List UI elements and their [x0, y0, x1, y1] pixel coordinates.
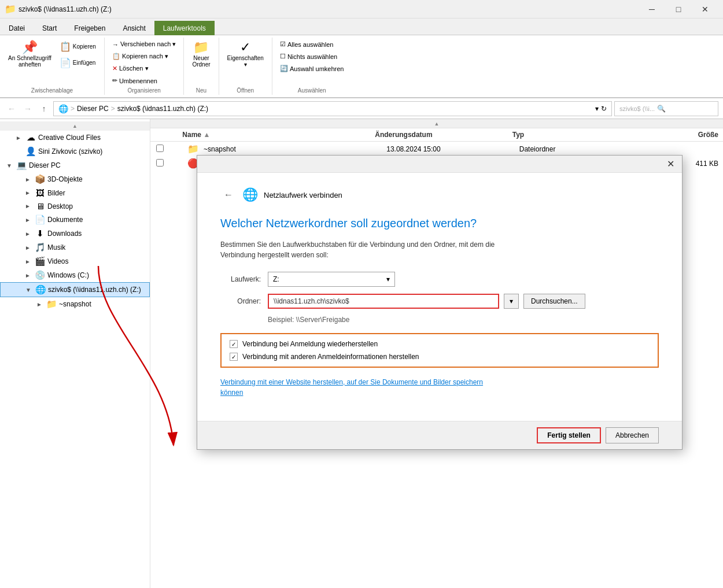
folder-icon: 📁 [187, 143, 199, 154]
ordner-dropdown-button[interactable]: ▾ [504, 294, 519, 309]
dialog-close-button[interactable]: ✕ [663, 157, 677, 171]
file-checkbox-snapshot[interactable] [150, 145, 169, 154]
tab-ansicht[interactable]: Ansicht [114, 21, 154, 35]
dialog-header-row: ← 🌐 Netzlaufwerk verbinden [220, 187, 659, 203]
file-date-snapshot: 13.08.2024 15:00 [386, 145, 519, 153]
laufwerk-value: Z: [273, 275, 279, 283]
kopieren-button[interactable]: 📋 Kopieren [56, 39, 99, 54]
dialog-website-link[interactable]: Verbindung mit einer Website herstellen,… [220, 377, 659, 398]
path-dieser-pc[interactable]: Dieser PC [77, 105, 109, 113]
folder-icon-snapshot: 📁 [46, 299, 57, 309]
loeschen-button[interactable]: ✕ Löschen ▾ [109, 63, 179, 74]
einfuegen-button[interactable]: 📄 Einfügen [56, 55, 99, 71]
sidebar-item-videos[interactable]: ► 🎬 Videos [0, 254, 150, 268]
path-szivko[interactable]: szivko$ (\idnas11.uzh.ch) (Z:) [117, 105, 208, 113]
auswahl-umkehren-button[interactable]: 🔄 Auswahl umkehren [277, 63, 347, 74]
expand-icon-videos: ► [23, 258, 32, 265]
checkbox-row-1: ✓ Verbindung bei Anmeldung wiederherstel… [230, 340, 650, 348]
sidebar-item-dieser-pc[interactable]: ▼ 💻 Dieser PC [0, 158, 150, 172]
minimize-button[interactable]: ─ [639, 0, 665, 19]
expand-icon-dokumente: ► [23, 217, 32, 223]
abbrechen-button[interactable]: Abbrechen [606, 427, 659, 443]
search-box[interactable]: szivko$ (\\i... 🔍 [614, 101, 718, 116]
sidebar-scroll-up[interactable]: ▲ [0, 121, 150, 131]
schnellzugriff-button[interactable]: 📌 An Schnellzugriffanheften [5, 39, 55, 70]
tab-start[interactable]: Start [34, 21, 65, 35]
sidebar-item-downloads[interactable]: ► ⬇ Downloads [0, 227, 150, 241]
ordner-input[interactable] [268, 294, 499, 309]
sidebar-item-snapshot[interactable]: ► 📁 ~snapshot [0, 297, 150, 311]
maximize-button[interactable]: □ [665, 0, 692, 19]
sidebar-item-dokumente[interactable]: ► 📄 Dokumente [0, 213, 150, 227]
ordner-label: Ordner: [220, 297, 261, 305]
tab-freigeben[interactable]: Freigeben [65, 21, 114, 35]
alles-auswaehlen-button[interactable]: ☑ Alles auswählen [277, 39, 347, 50]
path-dropdown-icon[interactable]: ▾ [595, 105, 599, 113]
tab-laufwerktools[interactable]: Laufwerktools [154, 21, 215, 35]
tab-datei[interactable]: Datei [0, 21, 34, 35]
refresh-icon[interactable]: ↻ [601, 105, 607, 113]
dialog-example: Beispiel: \\Server\Freigabe [268, 316, 659, 324]
dialog-titlebar: ✕ [197, 156, 682, 173]
network-drive-icon: 🌐 [35, 284, 46, 295]
properties-icon: ✓ [240, 41, 250, 54]
address-path[interactable]: 🌐 > Dieser PC > szivko$ (\idnas11.uzh.ch… [53, 101, 612, 116]
delete-icon: ✕ [112, 65, 117, 72]
file-list-scroll-up[interactable]: ▲ [150, 119, 723, 128]
laufwerk-select[interactable]: Z: ▾ [268, 272, 395, 287]
sidebar-item-bilder[interactable]: ► 🖼 Bilder [0, 186, 150, 199]
close-button[interactable]: ✕ [692, 0, 718, 19]
sidebar-label-sini: Sini Zivkovic (szivko) [38, 147, 102, 156]
expand-icon-szivko: ▼ [24, 287, 33, 293]
sidebar-item-creative-cloud[interactable]: ► ☁ Creative Cloud Files [0, 131, 150, 145]
back-button[interactable]: ← [5, 102, 19, 116]
checkbox-label-1: Verbindung bei Anmeldung wiederherstelle… [242, 340, 378, 348]
sidebar-item-sini[interactable]: 👤 Sini Zivkovic (szivko) [0, 145, 150, 158]
kopieren-nach-button[interactable]: 📋 Kopieren nach ▾ [109, 51, 179, 62]
col-header-size[interactable]: Größe [650, 131, 723, 139]
dialog-back-button[interactable]: ← [220, 187, 237, 203]
checkbox-verbindung-anmeldung[interactable]: ✓ [230, 340, 238, 348]
new-folder-icon: 📁 [193, 41, 209, 54]
checkbox-verbindung-andere[interactable]: ✓ [230, 353, 238, 361]
window-title: szivko$ (\\idnas11.uzh.ch) (Z:) [19, 5, 112, 13]
sidebar: ▲ ► ☁ Creative Cloud Files 👤 Sini Zivkov… [0, 119, 150, 588]
sidebar-label-szivko: szivko$ (\\idnas11.uzh.ch) (Z:) [48, 286, 141, 294]
expand-icon-downloads: ► [23, 231, 32, 237]
expand-icon-musik: ► [23, 245, 32, 251]
umbenennen-button[interactable]: ✏ Umbenennen [109, 75, 179, 86]
sidebar-item-desktop[interactable]: ► 🖥 Desktop [0, 199, 150, 213]
videos-icon: 🎬 [35, 256, 45, 267]
forward-button[interactable]: → [21, 102, 35, 116]
search-icon[interactable]: 🔍 [657, 105, 666, 113]
neuer-ordner-button[interactable]: 📁 NeuerOrdner [189, 39, 213, 70]
col-header-type[interactable]: Typ [512, 131, 650, 139]
sidebar-label-videos: Videos [47, 257, 68, 265]
path-separator2: > [111, 105, 115, 113]
rename-icon: ✏ [112, 77, 117, 84]
col-header-date[interactable]: Änderungsdatum [375, 131, 512, 139]
sidebar-item-szivko-z[interactable]: ▼ 🌐 szivko$ (\\idnas11.uzh.ch) (Z:) [0, 282, 150, 297]
checkbox-row-2: ✓ Verbindung mit anderen Anmeldeinformat… [230, 353, 650, 361]
checkbox-bookmarks[interactable] [156, 159, 164, 167]
3d-icon: 📦 [35, 174, 45, 184]
nichts-auswaehlen-button[interactable]: ☐ Nichts auswählen [277, 51, 347, 62]
dialog-ordner-row: Ordner: ▾ Durchsuchen... [220, 294, 659, 309]
eigenschaften-button[interactable]: ✓ Eigenschaften▾ [224, 39, 267, 70]
browse-button[interactable]: Durchsuchen... [523, 294, 585, 309]
file-checkbox-bookmarks[interactable] [150, 159, 169, 168]
checkbox-snapshot[interactable] [156, 145, 164, 152]
table-row[interactable]: 📁 ~snapshot 13.08.2024 15:00 Dateiordner [150, 142, 723, 156]
file-type-snapshot: Dateiordner [519, 145, 652, 153]
sidebar-item-windows-c[interactable]: ► 💿 Windows (C:) [0, 268, 150, 282]
col-header-name[interactable]: Name ▲ [150, 131, 375, 139]
dokumente-icon: 📄 [35, 215, 45, 225]
sidebar-item-musik[interactable]: ► 🎵 Musik [0, 241, 150, 254]
verschieben-button[interactable]: → Verschieben nach ▾ [109, 39, 179, 50]
connect-network-dialog[interactable]: ✕ ← 🌐 Netzlaufwerk verbinden Welcher Net… [197, 155, 683, 450]
up-button[interactable]: ↑ [37, 102, 51, 116]
search-text: szivko$ (\\i... [619, 105, 655, 112]
fertig-stellen-button[interactable]: Fertig stellen [537, 427, 601, 443]
title-bar-left: 📁 szivko$ (\\idnas11.uzh.ch) (Z:) [5, 3, 112, 14]
sidebar-item-3d-objekte[interactable]: ► 📦 3D-Objekte [0, 172, 150, 186]
